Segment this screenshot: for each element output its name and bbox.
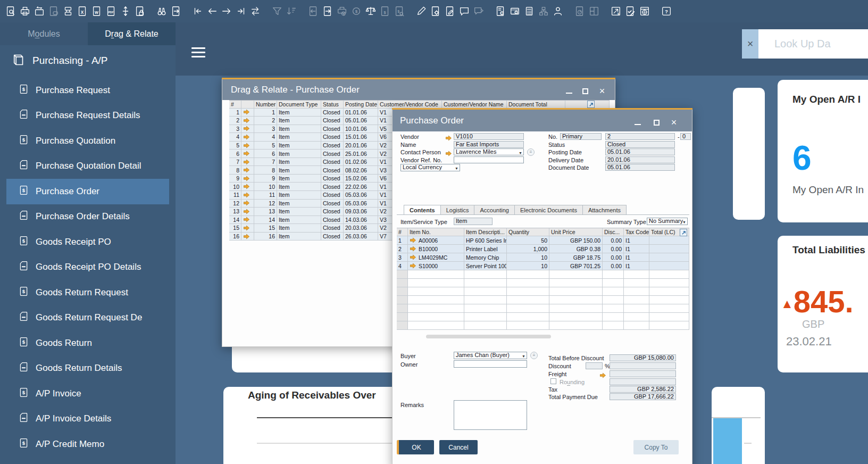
copy-to-button[interactable]: Copy To <box>633 440 679 454</box>
link-arrow-icon[interactable] <box>241 166 254 174</box>
move-icon[interactable] <box>118 4 132 19</box>
horizontal-scrollbar[interactable] <box>426 335 551 338</box>
cancel-button[interactable]: Cancel <box>439 440 478 454</box>
delivery-date-field[interactable]: 20.01.06 <box>605 156 675 163</box>
lookup-input[interactable] <box>758 29 868 59</box>
sidebar-item-purchase-order[interactable]: $Purchase Order <box>6 179 169 204</box>
export-pdf-icon[interactable]: PDF <box>104 4 118 19</box>
column-header[interactable]: Quantity <box>507 228 549 236</box>
link-arrow-icon[interactable] <box>410 246 416 252</box>
close-icon[interactable]: × <box>596 82 608 100</box>
column-header[interactable]: Unit Price <box>549 228 603 236</box>
column-header[interactable]: Disc... <box>603 228 624 236</box>
po-item-empty-row[interactable] <box>397 270 689 279</box>
column-header[interactable]: Customer/Vendor Code <box>378 101 442 108</box>
activity-icon[interactable]: ! <box>493 4 507 19</box>
sidebar-item-purchase-order-details[interactable]: Purchase Order Details <box>6 204 169 230</box>
link-arrow-icon[interactable] <box>410 263 416 269</box>
column-header[interactable]: Status <box>321 101 344 108</box>
po-item-row[interactable]: 3LM4029MCMemory Chip10GBP 18.750.00I1 <box>397 253 689 262</box>
tab-attachments[interactable]: Attachments <box>582 205 627 215</box>
sidebar-item-goods-return[interactable]: $Goods Return <box>6 330 169 356</box>
status-field[interactable]: Closed <box>605 141 675 148</box>
expand-grid-icon[interactable] <box>680 229 687 236</box>
link-arrow-icon[interactable] <box>241 175 254 183</box>
tab-contents[interactable]: Contents <box>404 205 441 215</box>
po-item-empty-row[interactable] <box>397 321 689 330</box>
sidebar-item-purchase-request[interactable]: $Purchase Request <box>6 78 169 103</box>
column-header[interactable]: Posting Date <box>344 101 378 108</box>
link-arrow-icon[interactable] <box>241 208 254 216</box>
link-arrow-icon[interactable] <box>241 142 254 150</box>
maximize-icon[interactable] <box>579 82 591 100</box>
tab-modules[interactable]: Modules <box>0 22 88 45</box>
posting-date-field[interactable]: 05.01.06 <box>605 148 675 155</box>
sidebar-item-goods-receipt-po[interactable]: $Goods Receipt PO <box>6 229 169 255</box>
column-header[interactable]: Item No. <box>408 228 464 236</box>
choose-from-list-icon[interactable]: ≡ <box>527 148 535 156</box>
buyer-select[interactable]: James Chan (Buyer)▼ <box>454 352 527 359</box>
sidebar-item-purchase-quotation[interactable]: $Purchase Quotation <box>6 128 169 154</box>
column-header[interactable]: Item Descripti... <box>464 228 507 236</box>
column-header[interactable]: Number <box>254 101 277 108</box>
rounding-checkbox[interactable] <box>550 378 556 384</box>
lock-document-icon[interactable] <box>132 4 147 19</box>
total-liabilities-card[interactable]: Total Liabilities ▲845. GBP 23.02.21 <box>778 236 868 372</box>
sidebar-item-a-p-invoice[interactable]: $A/P Invoice <box>6 381 169 407</box>
doc-suffix-field[interactable]: 0 <box>680 133 691 140</box>
po-item-empty-row[interactable] <box>397 287 689 296</box>
link-arrow-icon[interactable] <box>241 200 254 208</box>
vendor-ref-no--field[interactable] <box>454 156 524 163</box>
name-field[interactable]: Far East Imports <box>454 141 524 148</box>
find-in-document-icon[interactable] <box>3 4 18 19</box>
sidebar-item-purchase-quotation-detail[interactable]: Purchase Quotation Detail <box>6 154 169 179</box>
link-arrow-icon[interactable] <box>241 224 254 232</box>
column-header[interactable]: Customer/Vendor Name <box>442 101 507 108</box>
local-currency-select[interactable]: Local Currency▼ <box>400 164 460 171</box>
sidebar-item-purchase-request-details[interactable]: Purchase Request Details <box>6 103 169 129</box>
document-date-field[interactable]: 05.01.06 <box>605 164 675 171</box>
business-partner-icon[interactable] <box>550 4 565 19</box>
maximize-icon[interactable] <box>650 113 663 131</box>
close-search-icon[interactable]: × <box>742 29 758 59</box>
link-arrow-icon[interactable] <box>410 254 416 260</box>
sidebar-item-a-p-credit-memo[interactable]: $A/P Credit Memo <box>6 432 169 457</box>
import-export-icon[interactable] <box>32 4 46 19</box>
total-payment-due-value[interactable]: GBP 17,666.22 <box>610 393 676 400</box>
remarks-textarea[interactable] <box>454 400 527 430</box>
column-header[interactable]: Tax Code <box>624 228 649 236</box>
rounding-value[interactable] <box>610 378 676 385</box>
link-arrow-icon[interactable] <box>241 216 254 224</box>
sidebar-item-a-p-invoice-details[interactable]: A/P Invoice Details <box>6 407 169 432</box>
column-header[interactable] <box>241 101 254 108</box>
po-titlebar[interactable]: Purchase Order <box>393 110 692 131</box>
column-header[interactable]: # <box>229 101 241 108</box>
print-icon[interactable] <box>18 4 32 19</box>
export-word-icon[interactable]: W <box>89 4 104 19</box>
drag-relate-titlebar[interactable]: Drag & Relate - Purchase Order <box>222 79 615 100</box>
choose-from-list-icon[interactable]: ≡ <box>530 352 538 359</box>
form-settings-icon[interactable] <box>428 4 443 19</box>
total-before-discount-value[interactable]: GBP 15,080.00 <box>610 354 676 361</box>
link-arrow-icon[interactable] <box>241 117 254 125</box>
first-record-icon[interactable] <box>190 4 205 19</box>
refresh-record-icon[interactable] <box>248 4 262 19</box>
help-icon[interactable]: ? <box>659 4 673 19</box>
ok-button[interactable]: OK <box>397 440 434 454</box>
link-arrow-icon[interactable] <box>241 109 254 117</box>
column-header[interactable]: # <box>397 228 408 236</box>
link-arrow-icon[interactable] <box>241 150 254 158</box>
edit-document-icon[interactable] <box>443 4 457 19</box>
link-arrow-icon[interactable] <box>241 133 254 141</box>
link-arrow-icon[interactable] <box>599 371 607 377</box>
column-header[interactable]: Document Total <box>507 101 565 108</box>
link-arrow-icon[interactable] <box>241 233 254 241</box>
goto-document-icon[interactable] <box>169 4 183 19</box>
gross-profit-icon[interactable] <box>363 4 378 19</box>
next-record-icon[interactable] <box>219 4 233 19</box>
po-item-empty-row[interactable] <box>397 304 689 313</box>
find-icon[interactable] <box>154 4 169 19</box>
link-arrow-icon[interactable] <box>241 125 254 133</box>
sidebar-item-goods-return-details[interactable]: Goods Return Details <box>6 356 169 382</box>
discount-value[interactable] <box>610 362 676 369</box>
